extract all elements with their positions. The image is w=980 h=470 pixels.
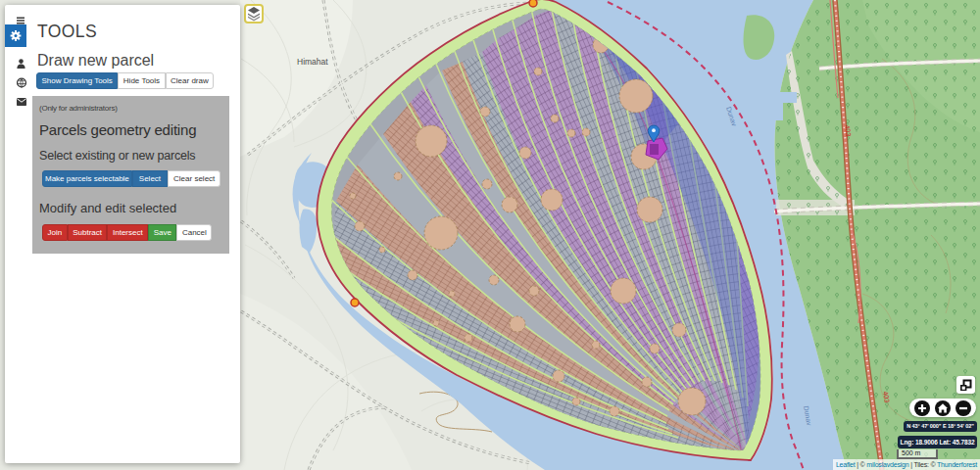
svg-text:Himahat: Himahat — [297, 57, 328, 67]
